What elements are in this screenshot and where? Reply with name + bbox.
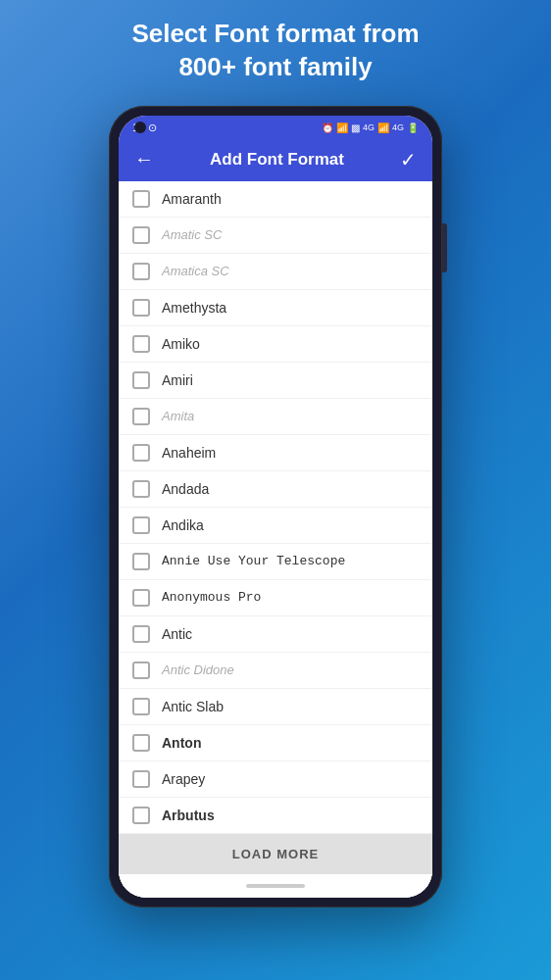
font-name-label: Amatic SC	[162, 227, 222, 242]
font-checkbox[interactable]	[132, 589, 150, 607]
font-checkbox[interactable]	[132, 807, 150, 824]
font-list-item[interactable]: Anaheim	[119, 435, 432, 471]
font-list-item[interactable]: Amiko	[119, 326, 432, 363]
side-button	[442, 223, 447, 272]
font-list-item[interactable]: Arbutus	[119, 798, 432, 834]
font-checkbox[interactable]	[132, 553, 150, 570]
font-list-item[interactable]: Amatica SC	[119, 254, 432, 290]
font-checkbox[interactable]	[132, 335, 150, 353]
home-indicator	[246, 884, 305, 888]
font-name-label: Arbutus	[162, 808, 215, 823]
font-list-item[interactable]: Anton	[119, 725, 432, 761]
phone-bottom-bar	[119, 874, 432, 898]
load-more-button[interactable]: LOAD MORE	[119, 834, 432, 874]
font-name-label: Antic	[162, 626, 192, 642]
font-name-label: Amita	[162, 409, 194, 423]
back-button[interactable]: ←	[134, 148, 154, 171]
font-name-label: Anton	[162, 735, 201, 751]
font-checkbox[interactable]	[132, 698, 150, 715]
font-checkbox[interactable]	[132, 299, 150, 317]
phone-screen: 11 ⊙ ⏰ 📶 ▩ 4G 📶 4G 🔋 ← Add Font Format ✓…	[119, 116, 432, 898]
font-list-item[interactable]: Amatic SC	[119, 218, 432, 254]
font-list-item[interactable]: Anonymous Pro	[119, 580, 432, 616]
camera-notch	[134, 122, 146, 133]
font-list-item[interactable]: Amita	[119, 399, 432, 435]
font-list-item[interactable]: Antic	[119, 616, 432, 653]
font-checkbox[interactable]	[132, 625, 150, 643]
font-checkbox[interactable]	[132, 190, 150, 208]
font-name-label: Anaheim	[162, 445, 216, 461]
font-name-label: Amiri	[162, 372, 193, 388]
font-checkbox[interactable]	[132, 371, 150, 389]
font-list-item[interactable]: Amethysta	[119, 290, 432, 326]
font-name-label: Amatica SC	[162, 264, 229, 278]
font-name-label: Amaranth	[162, 191, 222, 207]
font-name-label: Amethysta	[162, 300, 226, 316]
font-name-label: Andada	[162, 481, 209, 497]
font-list-item[interactable]: Andada	[119, 471, 432, 508]
font-name-label: Amiko	[162, 336, 200, 352]
font-name-label: Andika	[162, 517, 204, 533]
font-name-label: Annie Use Your Telescope	[162, 554, 345, 568]
phone-frame: 11 ⊙ ⏰ 📶 ▩ 4G 📶 4G 🔋 ← Add Font Format ✓…	[109, 106, 442, 907]
font-name-label: Arapey	[162, 771, 205, 787]
font-name-label: Antic Slab	[162, 699, 224, 714]
font-list-container: AmaranthAmatic SCAmatica SCAmethystaAmik…	[119, 181, 432, 898]
app-bar: ← Add Font Format ✓	[119, 138, 432, 181]
font-checkbox[interactable]	[132, 662, 150, 679]
font-checkbox[interactable]	[132, 408, 150, 425]
app-bar-title: Add Font Format	[210, 150, 344, 170]
font-checkbox[interactable]	[132, 734, 150, 752]
status-icons: ⏰ 📶 ▩ 4G 📶 4G 🔋	[322, 122, 419, 133]
font-checkbox[interactable]	[132, 480, 150, 498]
font-list-item[interactable]: Andika	[119, 508, 432, 544]
font-checkbox[interactable]	[132, 516, 150, 534]
font-checkbox[interactable]	[132, 770, 150, 788]
font-list-item[interactable]: Arapey	[119, 761, 432, 798]
font-list-item[interactable]: Amaranth	[119, 181, 432, 218]
font-list-item[interactable]: Antic Slab	[119, 689, 432, 725]
font-checkbox[interactable]	[132, 263, 150, 280]
font-list-item[interactable]: Antic Didone	[119, 653, 432, 689]
font-list-item[interactable]: Annie Use Your Telescope	[119, 544, 432, 580]
confirm-button[interactable]: ✓	[400, 148, 417, 172]
font-name-label: Anonymous Pro	[162, 590, 261, 605]
font-checkbox[interactable]	[132, 444, 150, 462]
font-name-label: Antic Didone	[162, 662, 234, 677]
font-list-item[interactable]: Amiri	[119, 363, 432, 399]
font-checkbox[interactable]	[132, 226, 150, 244]
page-header-title: Select Font format from 800+ font family	[102, 18, 448, 84]
font-list: AmaranthAmatic SCAmatica SCAmethystaAmik…	[119, 181, 432, 834]
status-bar: 11 ⊙ ⏰ 📶 ▩ 4G 📶 4G 🔋	[119, 116, 432, 138]
